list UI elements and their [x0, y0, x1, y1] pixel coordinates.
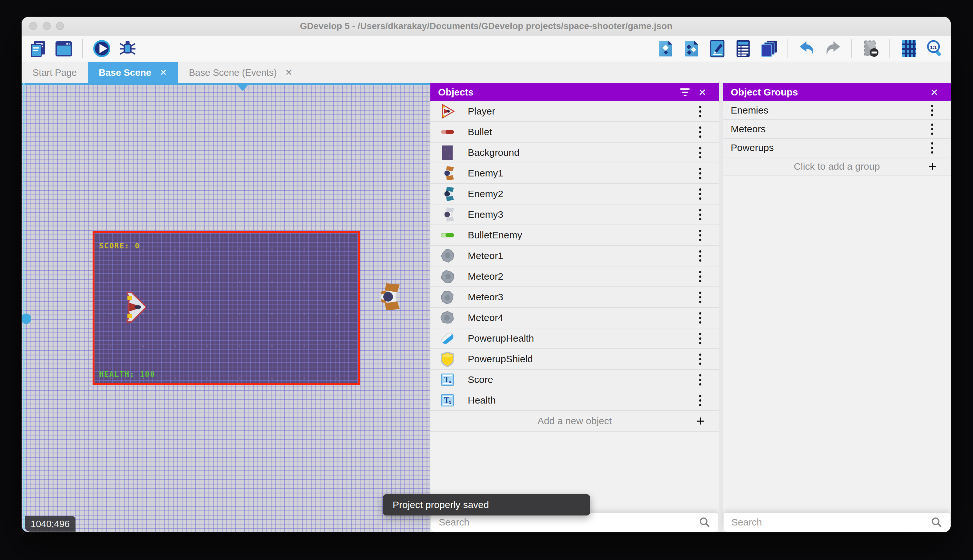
launch-preview-icon[interactable]: [92, 39, 111, 58]
project-manager-icon[interactable]: [28, 39, 47, 58]
objects-search-input[interactable]: Search: [431, 513, 718, 532]
groups-list: Enemies Meteors Powerups: [723, 101, 951, 157]
object-list-item[interactable]: PowerupShield: [430, 349, 719, 370]
plus-icon: +: [696, 414, 705, 428]
group-list-item[interactable]: Enemies: [723, 101, 951, 120]
meteor4-icon: [440, 310, 455, 326]
meteor1-icon: [440, 248, 455, 264]
kebab-menu-icon[interactable]: [695, 331, 706, 346]
scene-canvas[interactable]: SCORE: 0 HEALTH: 100 1040;496: [22, 83, 430, 532]
toolbar-separator: [890, 39, 890, 58]
object-label: Meteor4: [468, 312, 695, 323]
open-object-groups-icon[interactable]: [682, 39, 701, 58]
groups-search-input[interactable]: Search: [724, 513, 950, 532]
open-objects-editor-icon[interactable]: [656, 39, 675, 58]
object-list-item[interactable]: Score: [430, 370, 719, 390]
health-instance[interactable]: HEALTH: 100: [99, 370, 155, 378]
toolbar-separator: [82, 39, 83, 58]
objects-panel-header: Objects ✕: [430, 83, 719, 101]
object-groups-panel-header: Object Groups ✕: [723, 83, 951, 101]
add-object-button[interactable]: Add a new object +: [430, 411, 719, 432]
close-tab-icon[interactable]: ✕: [160, 67, 167, 78]
kebab-menu-icon[interactable]: [695, 269, 706, 284]
score-instance[interactable]: SCORE: 0: [99, 242, 140, 250]
kebab-menu-icon[interactable]: [695, 228, 706, 243]
close-tab-icon[interactable]: ✕: [285, 67, 293, 78]
plus-icon: +: [928, 159, 936, 173]
object-list-item[interactable]: Meteor1: [430, 246, 719, 267]
group-list-item[interactable]: Powerups: [723, 139, 951, 157]
kebab-menu-icon[interactable]: [695, 145, 706, 160]
object-list-item[interactable]: BulletEnemy: [430, 225, 719, 246]
toggle-grid-icon[interactable]: [899, 39, 918, 58]
zoom-1-1-icon[interactable]: 1:1: [925, 39, 944, 58]
close-panel-icon[interactable]: ✕: [926, 83, 943, 101]
kebab-menu-icon[interactable]: [695, 393, 706, 408]
toast-message: Project properly saved: [393, 499, 489, 510]
objects-list: Player Bullet Background Enemy1 Enemy2 E…: [430, 101, 719, 411]
close-panel-icon[interactable]: ✕: [694, 83, 711, 101]
svg-text:1:1: 1:1: [930, 45, 937, 50]
camera-top-guide: [22, 83, 430, 85]
object-list-item[interactable]: Background: [430, 143, 719, 163]
open-instances-list-icon[interactable]: [733, 39, 753, 58]
kebab-menu-icon[interactable]: [695, 290, 706, 305]
redo-icon[interactable]: [823, 39, 842, 58]
kebab-menu-icon[interactable]: [926, 103, 938, 118]
camera-drag-handle-icon[interactable]: [237, 85, 248, 91]
main-content: SCORE: 0 HEALTH: 100 1040;496 Objects ✕ …: [22, 83, 951, 532]
object-list-item[interactable]: Bullet: [430, 122, 719, 143]
object-list-item[interactable]: PowerupHealth: [430, 328, 719, 349]
kebab-menu-icon[interactable]: [926, 122, 938, 137]
object-label: Meteor2: [468, 271, 695, 282]
object-list-item[interactable]: Enemy2: [430, 184, 719, 205]
save-toast: Project properly saved: [383, 494, 590, 515]
kebab-menu-icon[interactable]: [695, 372, 706, 387]
object-label: Meteor3: [468, 292, 695, 303]
camera-left-guide: [23, 83, 25, 532]
kebab-menu-icon[interactable]: [695, 310, 706, 325]
object-label: Player: [468, 106, 695, 117]
debug-icon[interactable]: [118, 39, 137, 58]
kebab-menu-icon[interactable]: [695, 125, 706, 140]
tab-base-scene-events[interactable]: Base Scene (Events) ✕: [178, 62, 303, 83]
kebab-menu-icon[interactable]: [695, 187, 706, 202]
cursor-coordinates: 1040;496: [25, 516, 75, 532]
preview-window-icon[interactable]: [54, 39, 73, 58]
undo-icon[interactable]: [797, 39, 816, 58]
object-label: Score: [468, 374, 695, 385]
kebab-menu-icon[interactable]: [695, 207, 706, 222]
camera-resize-handle[interactable]: [22, 313, 31, 324]
object-list-item[interactable]: Health: [430, 390, 719, 411]
open-layers-editor-icon[interactable]: [759, 39, 778, 58]
player-instance[interactable]: [125, 291, 147, 323]
object-list-item[interactable]: Enemy3: [430, 205, 719, 225]
kebab-menu-icon[interactable]: [926, 140, 938, 155]
enemy-instance[interactable]: [375, 283, 403, 311]
tab-base-scene[interactable]: Base Scene ✕: [88, 62, 178, 83]
tab-bar: Start Page Base Scene ✕ Base Scene (Even…: [22, 62, 951, 83]
panel-divider[interactable]: [719, 83, 723, 532]
object-list-item[interactable]: Meteor4: [430, 308, 719, 328]
toggle-instances-mask-icon[interactable]: [861, 39, 880, 58]
kebab-menu-icon[interactable]: [695, 352, 706, 367]
bulletenemy-icon: [440, 227, 455, 243]
toolbar: 1:1: [22, 35, 951, 62]
groups-panel-empty-area: [723, 176, 951, 513]
kebab-menu-icon[interactable]: [695, 104, 706, 119]
object-list-item[interactable]: Player: [430, 101, 719, 122]
title-bar: GDevelop 5 - /Users/dkarakay/Documents/G…: [22, 17, 951, 35]
filter-icon[interactable]: [676, 83, 694, 101]
enemy1-icon: [440, 165, 455, 181]
object-label: Health: [468, 395, 695, 406]
open-properties-icon[interactable]: [708, 39, 727, 58]
object-list-item[interactable]: Meteor2: [430, 267, 719, 287]
add-group-button[interactable]: Click to add a group +: [723, 157, 951, 176]
kebab-menu-icon[interactable]: [695, 248, 706, 263]
tab-start-page[interactable]: Start Page: [22, 62, 88, 83]
object-list-item[interactable]: Meteor3: [430, 287, 719, 308]
object-list-item[interactable]: Enemy1: [430, 163, 719, 184]
object-label: PowerupShield: [468, 353, 695, 365]
group-list-item[interactable]: Meteors: [723, 120, 951, 139]
kebab-menu-icon[interactable]: [695, 166, 706, 181]
